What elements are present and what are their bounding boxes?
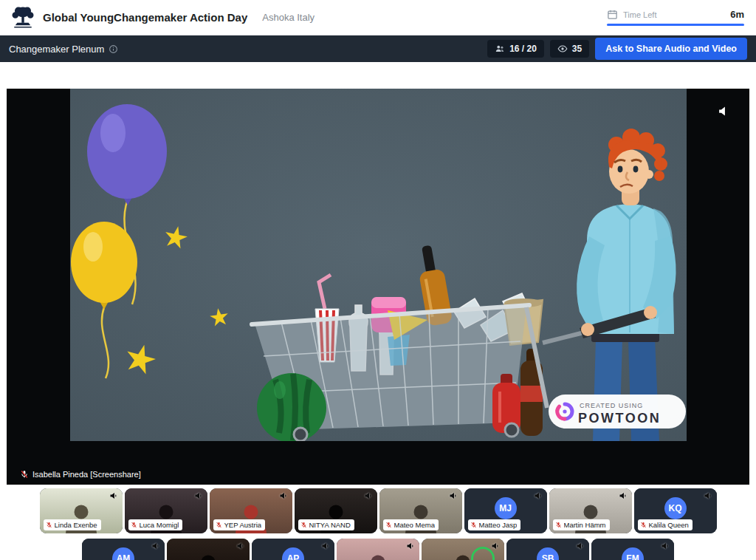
participants-row-2: AM Aurelie Marc xyxy=(0,539,756,560)
participant-name: YEP Austria xyxy=(224,521,262,529)
ask-to-share-button[interactable]: Ask to Share Audio and Video xyxy=(595,38,747,60)
participant-name-badge: Mateo Mema xyxy=(383,519,439,530)
participant-initials-avatar: MJ xyxy=(495,497,517,519)
powtoon-animation: CREATED USING POWTOON xyxy=(70,89,687,441)
participant-tile[interactable]: Linda Exenbe xyxy=(40,488,123,533)
time-progress-bar xyxy=(607,24,744,26)
mic-muted-icon xyxy=(555,522,562,528)
participant-name: NITYA NAND xyxy=(309,521,351,529)
session-toolbar: Changemaker Plenum 16 / 20 35 Ask to Sha… xyxy=(0,35,756,62)
person-silhouette xyxy=(184,553,233,560)
speaker-icon[interactable] xyxy=(534,491,543,500)
mic-muted-icon xyxy=(385,522,392,528)
session-title: Changemaker Plenum xyxy=(9,44,104,55)
participant-initials-avatar: AM xyxy=(112,547,134,560)
participant-tile[interactable]: Martin Hämm xyxy=(549,488,632,533)
person-silhouette xyxy=(354,553,402,560)
mic-muted-icon xyxy=(20,470,29,479)
calendar-icon xyxy=(607,9,618,20)
speaker-icon[interactable] xyxy=(279,491,288,500)
participant-tile[interactable]: AP Alban Pohle xyxy=(252,539,334,560)
participant-initials-avatar: KQ xyxy=(664,497,687,519)
speaker-icon[interactable] xyxy=(661,542,670,550)
participant-name-badge: Matteo Jasp xyxy=(468,519,521,530)
participant-tile[interactable]: SB S. Abida Bhir xyxy=(506,539,589,560)
mic-muted-icon xyxy=(640,522,647,528)
participant-initials-avatar: FM xyxy=(622,547,644,560)
eye-icon xyxy=(557,44,568,54)
participant-initials-avatar: AP xyxy=(282,547,304,560)
participant-name-badge: Kalila Queen xyxy=(638,519,693,530)
speaker-icon[interactable] xyxy=(449,491,458,500)
participant-name-badge: NITYA NAND xyxy=(298,519,354,530)
mic-muted-icon xyxy=(46,522,52,528)
powtoon-watermark: CREATED USING POWTOON xyxy=(549,395,686,428)
screenshare-video[interactable]: CREATED USING POWTOON xyxy=(70,89,687,441)
participant-name: Linda Exenbe xyxy=(55,521,97,529)
time-left-widget: Time Left 6m xyxy=(607,9,744,26)
speaker-icon[interactable] xyxy=(491,542,500,550)
info-icon[interactable] xyxy=(109,44,118,54)
participant-tile[interactable]: NITYA NAND xyxy=(295,488,377,533)
participants-row-1: Linda Exenbe Luca Momigl xyxy=(0,488,756,533)
watermark-caption: CREATED USING xyxy=(580,402,643,409)
speaker-icon[interactable] xyxy=(704,491,712,500)
participant-name-badge: Luca Momigl xyxy=(128,519,183,530)
stage: CREATED USING POWTOON Isabella Pineda [S… xyxy=(7,89,749,485)
participant-tile[interactable]: KQ Kalila Queen xyxy=(634,488,717,533)
mic-muted-icon xyxy=(470,522,477,528)
event-organizer: Ashoka Italy xyxy=(262,12,315,23)
watermark-brand: POWTOON xyxy=(578,411,661,426)
time-left-label: Time Left xyxy=(623,10,656,19)
participant-name: Luca Momigl xyxy=(140,521,179,529)
participant-tile[interactable]: Mateo Mema xyxy=(379,488,462,533)
speaker-icon[interactable] xyxy=(576,542,585,550)
participant-tile[interactable]: Iffah Atqa xyxy=(337,539,419,560)
event-title: Global YoungChangemaker Action Day xyxy=(43,11,247,24)
participant-name: Kalila Queen xyxy=(649,521,689,529)
speaker-icon[interactable] xyxy=(321,542,330,550)
participant-name-badge: Linda Exenbe xyxy=(44,519,101,530)
mic-muted-icon xyxy=(300,522,307,528)
speaker-icon[interactable] xyxy=(109,491,118,500)
speaker-icon[interactable] xyxy=(619,491,628,500)
participant-tile[interactable]: Luca Momigl xyxy=(125,488,207,533)
participant-tile[interactable]: MJ Matteo Jasp xyxy=(464,488,547,533)
screenshare-label-text: Isabella Pineda [Screenshare] xyxy=(32,470,141,479)
speaker-icon[interactable] xyxy=(236,542,245,550)
participant-name-badge: YEP Austria xyxy=(213,519,266,530)
viewers-count: 35 xyxy=(572,44,582,54)
viewers-count-badge: 35 xyxy=(550,40,589,58)
participant-tile[interactable]: FM Farhan Mash xyxy=(591,539,674,560)
participants-strip: Linda Exenbe Luca Momigl xyxy=(0,485,756,560)
speaker-icon[interactable] xyxy=(364,491,373,500)
participant-name-badge: Martin Hämm xyxy=(553,519,610,530)
speaker-icon[interactable] xyxy=(406,542,415,550)
participant-initials-avatar: SB xyxy=(537,547,559,560)
speaker-icon[interactable] xyxy=(151,542,160,550)
header: Global YoungChangemaker Action Day Ashok… xyxy=(0,0,756,35)
participant-tile[interactable]: AM Aurelie Marc xyxy=(82,539,165,560)
speaker-icon[interactable] xyxy=(194,491,203,500)
participants-count-badge[interactable]: 16 / 20 xyxy=(487,40,544,58)
participant-name: Mateo Mema xyxy=(394,521,435,529)
people-icon xyxy=(495,44,505,54)
participant-tile[interactable]: YEP Austria xyxy=(210,488,292,533)
volume-icon[interactable] xyxy=(718,105,730,117)
screenshare-label: Isabella Pineda [Screenshare] xyxy=(20,470,141,479)
participants-count: 16 / 20 xyxy=(509,44,537,54)
participant-name: Matteo Jasp xyxy=(479,521,518,529)
ashoka-logo-icon xyxy=(10,4,35,31)
time-left-value: 6m xyxy=(730,9,744,20)
participant-name: Martin Hämm xyxy=(564,521,606,529)
participant-tile[interactable]: Isabella Pineda xyxy=(422,539,504,560)
watermelon xyxy=(257,373,326,441)
mic-muted-icon xyxy=(131,522,137,528)
participant-tile[interactable]: RAPHAEL ITO xyxy=(167,539,250,560)
mic-muted-icon xyxy=(216,522,222,528)
